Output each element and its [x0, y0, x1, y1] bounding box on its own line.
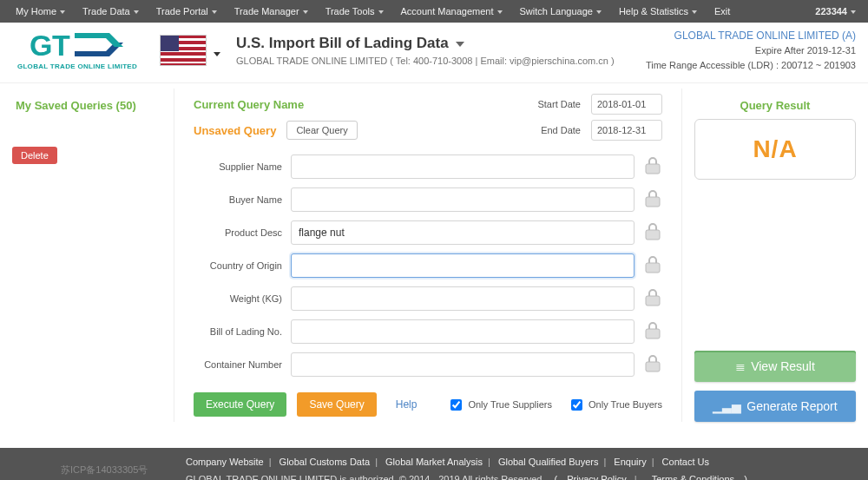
view-result-label: View Result [751, 359, 815, 373]
weight-label: Weight (KG) [194, 293, 291, 304]
weight-input[interactable] [291, 286, 635, 311]
top-nav: My Home Trade Data Trade Portal Trade Ma… [0, 0, 868, 23]
footer-link-company[interactable]: Company Website [186, 457, 264, 467]
page-title: U.S. Import Bill of Lading Data [236, 35, 449, 52]
footer-link-market[interactable]: Global Market Analysis [385, 457, 483, 467]
nav-trade-manager[interactable]: Trade Manager [226, 0, 317, 23]
svg-text:T: T [52, 30, 70, 61]
nav-my-home[interactable]: My Home [7, 0, 74, 23]
only-suppliers-check[interactable]: Only True Suppliers [447, 397, 552, 413]
saved-queries-title: My Saved Queries (50) [16, 99, 167, 112]
query-result-card: N/A [694, 119, 856, 180]
only-buyers-check[interactable]: Only True Buyers [568, 397, 662, 413]
container-lock-icon[interactable] [643, 355, 662, 374]
start-date-label: Start Date [520, 99, 581, 109]
nav-trade-data[interactable]: Trade Data [74, 0, 148, 23]
nav-help-stats[interactable]: Help & Statistics [610, 0, 706, 23]
start-date-input[interactable] [591, 94, 662, 115]
svg-rect-2 [646, 164, 660, 174]
nav-account[interactable]: 223344 [806, 0, 861, 23]
clear-query-button[interactable]: Clear Query [286, 121, 357, 140]
only-suppliers-label: Only True Suppliers [468, 399, 552, 410]
privacy-link[interactable]: Privacy Policy [567, 474, 626, 480]
terms-link[interactable]: Terms & Conditions [652, 474, 734, 480]
weight-lock-icon[interactable] [643, 289, 662, 308]
current-query-name-label: Current Query Name [194, 98, 304, 111]
container-input[interactable] [291, 352, 635, 377]
save-query-button[interactable]: Save Query [297, 392, 376, 417]
flag-caret-icon[interactable] [214, 47, 220, 54]
country-label: Country of Origin [194, 260, 291, 271]
end-date-label: End Date [520, 125, 581, 135]
nav-trade-tools[interactable]: Trade Tools [317, 0, 392, 23]
list-icon: ≣ [735, 359, 746, 373]
header-band: G T GLOBAL TRADE ONLINE LIMITED U.S. Imp… [0, 23, 868, 83]
unsaved-query-label: Unsaved Query [194, 124, 276, 137]
product-lock-icon[interactable] [643, 223, 662, 242]
logo[interactable]: G T GLOBAL TRADE ONLINE LIMITED [12, 30, 142, 70]
nav-menu: My Home Trade Data Trade Portal Trade Ma… [7, 0, 739, 23]
footer-copyright: GLOBAL TRADE ONLINE LIMITED is authorize… [186, 474, 544, 480]
end-date-input[interactable] [591, 120, 662, 141]
body-layout: My Saved Queries (50) Delete Current Que… [0, 83, 868, 448]
footer-link-customs[interactable]: Global Customs Data [279, 457, 371, 467]
svg-rect-6 [646, 296, 660, 306]
legal-close: ) [744, 474, 747, 480]
svg-rect-8 [646, 362, 660, 372]
account-info: GLOBAL TRADE ONLINE LIMITED (A) Expire A… [646, 28, 856, 72]
bol-label: Bill of Lading No. [194, 326, 291, 337]
footer-links: Company Website| Global Customs Data| Gl… [186, 457, 856, 467]
title-block: U.S. Import Bill of Lading Data GLOBAL T… [236, 35, 615, 66]
query-result-value: N/A [753, 135, 797, 163]
country-lock-icon[interactable] [643, 256, 662, 275]
footer-link-enquiry[interactable]: Enquiry [614, 457, 646, 467]
title-dropdown-icon[interactable] [456, 37, 464, 49]
svg-text:G: G [30, 30, 52, 61]
result-panel: Query Result N/A ≣View Result ▁▃▅ Genera… [682, 89, 856, 422]
view-result-button[interactable]: ≣View Result [694, 351, 856, 382]
icp-text: 苏ICP备14033305号 [61, 464, 148, 477]
buyer-label: Buyer Name [194, 194, 291, 205]
nav-trade-portal[interactable]: Trade Portal [148, 0, 226, 23]
nav-switch-lang[interactable]: Switch Language [511, 0, 610, 23]
container-label: Container Number [194, 359, 291, 370]
account-range: Time Range Accessible (LDR) : 200712 ~ 2… [646, 58, 856, 73]
supplier-lock-icon[interactable] [643, 157, 662, 176]
generate-report-label: Generate Report [746, 399, 837, 413]
product-label: Product Desc [194, 227, 291, 238]
svg-rect-5 [646, 263, 660, 273]
logo-sub: GLOBAL TRADE ONLINE LIMITED [17, 62, 137, 70]
only-buyers-checkbox[interactable] [571, 399, 582, 411]
supplier-input[interactable] [291, 155, 635, 179]
svg-rect-4 [646, 230, 660, 240]
logo-mark-icon: G T [30, 30, 125, 61]
footer: 苏ICP备14033305号 Company Website| Global C… [0, 448, 868, 480]
footer-link-buyers[interactable]: Global Qualified Buyers [498, 457, 599, 467]
nav-exit[interactable]: Exit [706, 0, 739, 23]
legal-open: ( [555, 474, 558, 480]
us-flag-icon [160, 35, 207, 66]
flag-selector[interactable] [160, 35, 220, 66]
svg-rect-7 [646, 329, 660, 339]
buyer-lock-icon[interactable] [643, 190, 662, 209]
execute-query-button[interactable]: Execute Query [194, 392, 286, 417]
delete-button[interactable]: Delete [12, 147, 57, 164]
account-expire: Expire After 2019-12-31 [646, 43, 856, 58]
bol-input[interactable] [291, 319, 635, 344]
generate-report-button[interactable]: ▁▃▅ Generate Report [694, 391, 856, 422]
footer-link-contact[interactable]: Contact Us [662, 457, 709, 467]
country-input[interactable] [291, 253, 635, 278]
query-form: Current Query Name Start Date Unsaved Qu… [174, 89, 682, 422]
help-link[interactable]: Help [396, 398, 418, 411]
only-suppliers-checkbox[interactable] [450, 399, 462, 411]
only-buyers-label: Only True Buyers [589, 399, 662, 410]
svg-rect-3 [646, 197, 660, 207]
supplier-label: Supplier Name [194, 161, 291, 172]
chart-icon: ▁▃▅ [713, 399, 741, 413]
product-input[interactable] [291, 220, 635, 245]
nav-account-mgmt[interactable]: Account Management [392, 0, 511, 23]
buyer-input[interactable] [291, 187, 635, 212]
bol-lock-icon[interactable] [643, 322, 662, 341]
query-result-title: Query Result [694, 99, 856, 112]
company-contact: GLOBAL TRADE ONLINE LIMITED ( Tel: 400-7… [236, 56, 615, 66]
